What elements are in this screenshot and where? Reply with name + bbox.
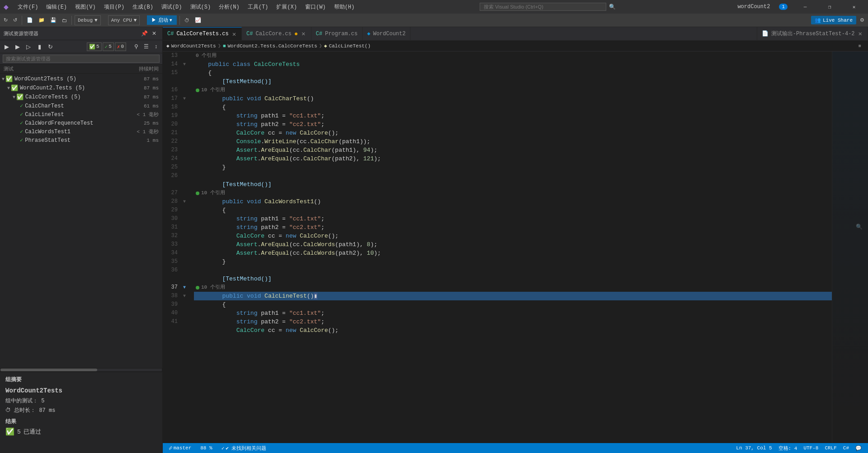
line-numbers: 13 14 15 16 17 18 19 20 21 22 23 24 25 2… xyxy=(163,51,183,443)
tab-close-output[interactable]: ✕ xyxy=(858,30,863,37)
summary-total-time: ⏱ 总时长： 87 ms xyxy=(5,406,157,414)
git-branch: master xyxy=(174,445,192,451)
tab-calc-core-tests[interactable]: C# CalcCoreTests.cs ✕ xyxy=(163,27,242,41)
test-tree-scrollbar[interactable] xyxy=(0,368,162,372)
pass-result: ✅ 5 已通过 xyxy=(5,427,157,436)
vs-search-input[interactable] xyxy=(480,3,606,11)
menu-edit[interactable]: 编辑(E) xyxy=(42,2,71,12)
test-toolbar: ▶ ▶ ▷ ▮ ↻ ✅ 5 ✓ 5 ✗ 0 ⚲ ☰ ↕ xyxy=(0,40,162,53)
tree-item-t2[interactable]: ✓ CalcLineTest < 1 毫秒 xyxy=(0,110,162,119)
tab-close-0[interactable]: ✕ xyxy=(231,30,237,38)
menu-help[interactable]: 帮助(H) xyxy=(330,2,359,12)
code-content[interactable]: 0 个引用 public class CalcCoreTests { [Test… xyxy=(190,51,832,443)
filter-button[interactable]: ⚲ xyxy=(132,42,141,51)
breadcrumb-method[interactable]: ◆ CalcLineTest() xyxy=(324,43,371,49)
close-button[interactable]: ✕ xyxy=(844,0,864,14)
menu-analyze[interactable]: 分析(N) xyxy=(215,2,243,12)
code-text-32: Assert.AreEqual(cc.CalcWords(path1), 8); xyxy=(194,240,832,249)
tree-item-root[interactable]: ▼ ✅ WordCount2Tests (5) 87 ms xyxy=(0,75,162,84)
pass-counter[interactable]: ✓ 5 xyxy=(103,42,114,51)
code-line-24: } xyxy=(194,163,832,172)
undo-button[interactable]: ↻ xyxy=(2,16,9,24)
status-spaces[interactable]: 空格: 4 xyxy=(776,445,800,452)
status-language[interactable]: C# xyxy=(840,445,852,451)
live-share-button[interactable]: 👥 Live Share xyxy=(811,16,856,24)
code-line-30: string path2 = "cc2.txt"; xyxy=(194,223,832,232)
group-button[interactable]: ☰ xyxy=(142,42,151,51)
status-problems[interactable]: ✓ ✔ 未找到相关问题 xyxy=(219,445,269,452)
tab-program[interactable]: C# Program.cs xyxy=(311,27,363,41)
code-line-37: public void CalcLineTest()▮ xyxy=(194,292,832,300)
menu-window[interactable]: 窗口(W) xyxy=(302,2,330,12)
gutter-41 xyxy=(183,318,190,326)
linenum-19: 19 xyxy=(163,112,183,120)
perf-button[interactable]: 📈 xyxy=(193,16,203,24)
sort-button[interactable]: ↕ xyxy=(151,42,160,51)
code-line-16: public void CalcCharTest() xyxy=(194,94,832,103)
menu-tools[interactable]: 工具(T) xyxy=(244,2,272,12)
settings-button[interactable]: ⚙ xyxy=(858,16,866,24)
tree-item-t1[interactable]: ✓ CalcCharTest 61 ms xyxy=(0,102,162,110)
menu-view[interactable]: 视图(V) xyxy=(71,2,99,12)
fold-icon-14[interactable]: ▼ xyxy=(183,62,186,67)
fold-icon-37[interactable]: ▼ xyxy=(183,285,186,290)
tree-item-t5[interactable]: ✓ PhraseStatTest 1 ms xyxy=(0,136,162,145)
status-crlf[interactable]: CRLF xyxy=(822,445,839,451)
stop-button[interactable]: ▮ xyxy=(34,42,44,51)
save-button[interactable]: 💾 xyxy=(48,16,58,24)
gutter-26b xyxy=(183,180,190,189)
tab-close-1[interactable]: ✕ xyxy=(301,30,306,37)
attach-button[interactable]: ⏱ xyxy=(183,17,191,24)
menu-project[interactable]: 项目(P) xyxy=(100,2,128,12)
fold-icon-38[interactable]: ▼ xyxy=(183,294,186,299)
refresh-button[interactable]: ↻ xyxy=(45,42,55,51)
debug-run-button[interactable]: ▷ xyxy=(24,42,33,51)
minimize-button[interactable]: — xyxy=(795,0,816,14)
test-search-input[interactable] xyxy=(3,55,160,63)
linenum-17: 17 xyxy=(163,94,183,103)
breadcrumb-project[interactable]: ◆ WordCount2Tests xyxy=(166,43,216,49)
new-file-button[interactable]: 📄 xyxy=(25,16,35,24)
code-text-18: string path1 = "cc1.txt"; xyxy=(194,112,832,120)
menu-build[interactable]: 生成(B) xyxy=(129,2,157,12)
platform-dropdown[interactable]: Any CPU ▼ xyxy=(108,15,140,25)
minimap[interactable] xyxy=(832,51,868,443)
menu-test[interactable]: 测试(S) xyxy=(187,2,215,12)
tab-wordcount2[interactable]: ◆ WordCount2 xyxy=(363,27,410,41)
save-all-button[interactable]: 🗀 xyxy=(60,17,69,24)
tree-item-c2[interactable]: ▼ ✅ CalcCoreTests (5) 87 ms xyxy=(0,93,162,102)
start-button[interactable]: ▶ 启动 ▾ xyxy=(147,15,176,25)
green-counter[interactable]: ✅ 5 xyxy=(87,42,102,51)
cs-file-icon2: C# xyxy=(246,31,253,37)
menu-debug[interactable]: 调试(D) xyxy=(158,2,186,12)
status-encoding[interactable]: UTF-8 xyxy=(801,445,821,451)
tree-item-t3[interactable]: ✓ CalcWordFrequenceTest 25 ms xyxy=(0,119,162,127)
fail-counter[interactable]: ✗ 0 xyxy=(115,42,126,51)
breadcrumb-action1[interactable]: ≡ xyxy=(855,42,864,51)
tab-test-output[interactable]: 📄 测试输出-PhraseStatTest-4-2 ✕ xyxy=(757,27,868,41)
breadcrumb-class[interactable]: ■ WordCount2.Tests.CalcCoreTests xyxy=(223,43,317,49)
run-all-button[interactable]: ▶ xyxy=(2,42,12,51)
tree-item-c1[interactable]: ▼ ✅ WordCount2.Tests (5) 87 ms xyxy=(0,84,162,93)
close-sidebar-button[interactable]: ✕ xyxy=(150,29,159,38)
redo-button[interactable]: ↺ xyxy=(11,16,19,24)
menu-file[interactable]: 文件(F) xyxy=(14,2,42,12)
test-label-t1: CalcCharTest xyxy=(25,103,144,109)
run-button[interactable]: ▶ xyxy=(13,42,23,51)
fold-icon-28[interactable]: ▼ xyxy=(183,199,186,204)
menu-extensions[interactable]: 扩展(X) xyxy=(273,2,301,12)
pin-button[interactable]: 📌 xyxy=(140,29,149,38)
open-button[interactable]: 📁 xyxy=(37,16,47,24)
tab-calc-core[interactable]: C# CalcCore.cs ● ✕ xyxy=(242,27,311,41)
status-feedback[interactable]: 💬 xyxy=(853,445,864,451)
fold-icon-17[interactable]: ▼ xyxy=(183,96,186,101)
status-git[interactable]: ☍ master xyxy=(166,445,194,451)
status-zoom[interactable]: 88 % xyxy=(198,445,215,451)
debug-config-dropdown[interactable]: Debug ▼ xyxy=(75,15,101,25)
pass-icon3: ✅ xyxy=(16,93,24,101)
code-line-28: { xyxy=(194,206,832,215)
tree-item-t4[interactable]: ✓ CalcWordsTest1 < 1 毫秒 xyxy=(0,127,162,136)
indent-info: 空格: 4 xyxy=(778,445,797,452)
maximize-button[interactable]: ❐ xyxy=(819,0,840,14)
status-line-col[interactable]: Ln 37, Col 5 xyxy=(733,445,774,451)
